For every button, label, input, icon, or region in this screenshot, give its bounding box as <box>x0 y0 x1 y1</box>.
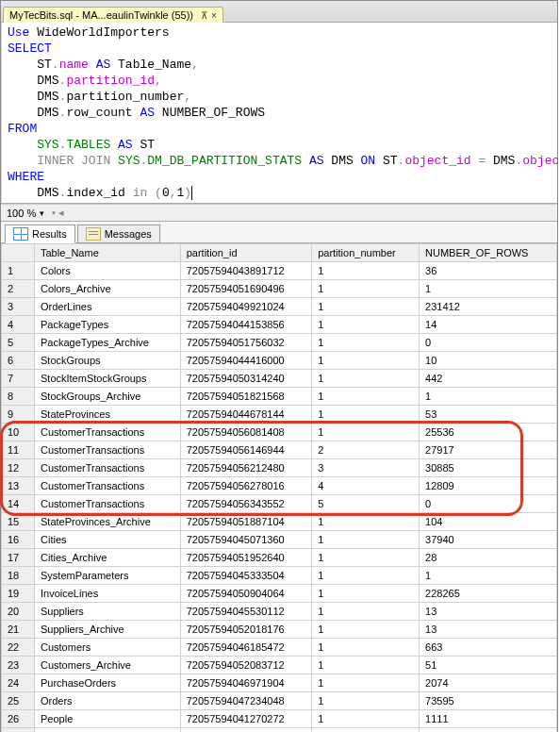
table-row[interactable]: 2Colors_Archive7205759405169049611 <box>2 280 557 298</box>
table-row[interactable]: 12CustomerTransactions720575940562124803… <box>2 459 557 477</box>
row-number[interactable]: 22 <box>2 639 35 657</box>
cell[interactable]: 72057594051952640 <box>180 549 311 567</box>
cell[interactable]: 72057594050904064 <box>180 585 311 603</box>
cell[interactable]: 72057594044153856 <box>180 316 311 334</box>
row-number[interactable]: 18 <box>2 567 35 585</box>
cell[interactable]: CustomerTransactions <box>35 477 181 495</box>
cell[interactable]: 1 <box>312 370 420 388</box>
cell[interactable]: 72057594049921024 <box>180 298 311 316</box>
table-row[interactable]: 1Colors72057594043891712136 <box>2 262 557 280</box>
cell[interactable]: 12809 <box>420 477 557 495</box>
cell[interactable]: 72057594046971904 <box>180 674 311 692</box>
document-tab[interactable]: MyTecBits.sql - MA...eaulinTwinkle (55))… <box>3 7 223 23</box>
column-header[interactable]: partition_number <box>312 244 420 262</box>
cell[interactable]: Cities <box>35 531 181 549</box>
cell[interactable]: 1 <box>312 334 420 352</box>
table-row[interactable]: 22Customers720575940461854721663 <box>2 639 557 657</box>
cell[interactable]: CustomerTransactions <box>35 495 181 513</box>
cell[interactable]: 72057594056212480 <box>180 459 311 477</box>
column-header[interactable]: NUMBER_OF_ROWS <box>420 244 557 262</box>
cell[interactable]: 228265 <box>420 585 557 603</box>
table-row[interactable]: 7StockItemStockGroups7205759405031424014… <box>2 370 557 388</box>
row-number[interactable]: 15 <box>2 513 35 531</box>
cell[interactable]: 72057594045530112 <box>180 603 311 621</box>
table-row[interactable]: 25Orders72057594047234048173595 <box>2 692 557 710</box>
cell[interactable]: 72057594044416000 <box>180 352 311 370</box>
cell[interactable]: 1 <box>312 424 420 441</box>
cell[interactable]: 1 <box>312 262 420 280</box>
row-number[interactable]: 5 <box>2 334 35 352</box>
table-row[interactable]: 4PackageTypes72057594044153856114 <box>2 316 557 334</box>
cell[interactable]: 36 <box>420 262 557 280</box>
row-number[interactable]: 12 <box>2 459 35 477</box>
cell[interactable]: 72057594051690496 <box>180 280 311 298</box>
row-number[interactable]: 14 <box>2 495 35 513</box>
table-row[interactable]: 20Suppliers72057594045530112113 <box>2 603 557 621</box>
table-row[interactable]: 26People7205759404127027211111 <box>2 710 557 728</box>
cell[interactable]: 1 <box>420 567 557 585</box>
cell[interactable]: Orders <box>35 692 181 710</box>
table-row[interactable]: 17Cities_Archive72057594051952640128 <box>2 549 557 567</box>
cell[interactable]: 1 <box>312 585 420 603</box>
cell[interactable]: 72057594045333504 <box>180 567 311 585</box>
cell[interactable]: CustomerTransactions <box>35 441 181 459</box>
row-number[interactable]: 9 <box>2 406 35 424</box>
cell[interactable]: People <box>35 710 181 728</box>
cell[interactable]: 2 <box>312 441 420 459</box>
tab-messages[interactable]: Messages <box>77 225 160 243</box>
row-number[interactable]: 1 <box>2 262 35 280</box>
row-number[interactable]: 27 <box>2 728 35 733</box>
cell[interactable]: PurchaseOrders <box>35 674 181 692</box>
cell[interactable]: 72057594050314240 <box>180 370 311 388</box>
cell[interactable]: 0 <box>420 495 557 513</box>
cell[interactable]: 10 <box>420 352 557 370</box>
table-row[interactable]: 10CustomerTransactions720575940560814081… <box>2 424 557 441</box>
cell[interactable]: 1 <box>312 603 420 621</box>
cell[interactable]: 72057594045071360 <box>180 531 311 549</box>
cell[interactable]: 1 <box>312 280 420 298</box>
cell[interactable]: 72057594043891712 <box>180 262 311 280</box>
cell[interactable]: 1 <box>312 639 420 657</box>
cell[interactable]: 5 <box>312 495 420 513</box>
cell[interactable]: 72057594044678144 <box>180 406 311 424</box>
table-row[interactable]: 24PurchaseOrders7205759404697190412074 <box>2 674 557 692</box>
cell[interactable]: 3 <box>312 459 420 477</box>
cell[interactable]: 1111 <box>420 710 557 728</box>
cell[interactable]: 1 <box>420 388 557 406</box>
cell[interactable]: Colors <box>35 262 181 280</box>
row-number[interactable]: 24 <box>2 674 35 692</box>
table-row[interactable]: 3OrderLines720575940499210241231412 <box>2 298 557 316</box>
cell[interactable]: 73595 <box>420 692 557 710</box>
tab-results[interactable]: Results <box>5 225 75 243</box>
table-row[interactable]: 21Suppliers_Archive72057594052018176113 <box>2 621 557 639</box>
cell[interactable]: 72057594052018176 <box>180 621 311 639</box>
cell[interactable]: Suppliers_Archive <box>35 621 181 639</box>
row-number[interactable]: 20 <box>2 603 35 621</box>
table-row[interactable]: 9StateProvinces72057594044678144153 <box>2 406 557 424</box>
cell[interactable]: Customers <box>35 639 181 657</box>
cell[interactable]: PackageTypes_Archive <box>35 334 181 352</box>
cell[interactable]: 1 <box>312 692 420 710</box>
cell[interactable]: 1 <box>312 657 420 674</box>
cell[interactable]: StateProvinces_Archive <box>35 513 181 531</box>
cell[interactable]: 1 <box>312 531 420 549</box>
cell[interactable]: 1 <box>312 710 420 728</box>
cell[interactable]: 28 <box>420 549 557 567</box>
cell[interactable]: SystemParameters <box>35 567 181 585</box>
column-header[interactable]: Table_Name <box>35 244 181 262</box>
table-row[interactable]: 23Customers_Archive72057594052083712151 <box>2 657 557 674</box>
cell[interactable]: 51 <box>420 657 557 674</box>
row-number[interactable]: 23 <box>2 657 35 674</box>
row-number[interactable]: 7 <box>2 370 35 388</box>
row-number[interactable]: 10 <box>2 424 35 441</box>
row-number[interactable]: 26 <box>2 710 35 728</box>
row-number[interactable]: 2 <box>2 280 35 298</box>
cell[interactable]: 104 <box>420 513 557 531</box>
cell[interactable]: 1 <box>312 298 420 316</box>
cell[interactable]: Customers_Archive <box>35 657 181 674</box>
row-number[interactable]: 3 <box>2 298 35 316</box>
cell[interactable]: StateProvinces <box>35 406 181 424</box>
row-number[interactable]: 4 <box>2 316 35 334</box>
table-row[interactable]: 11CustomerTransactions720575940561469442… <box>2 441 557 459</box>
cell[interactable]: CustomerTransactions <box>35 424 181 441</box>
